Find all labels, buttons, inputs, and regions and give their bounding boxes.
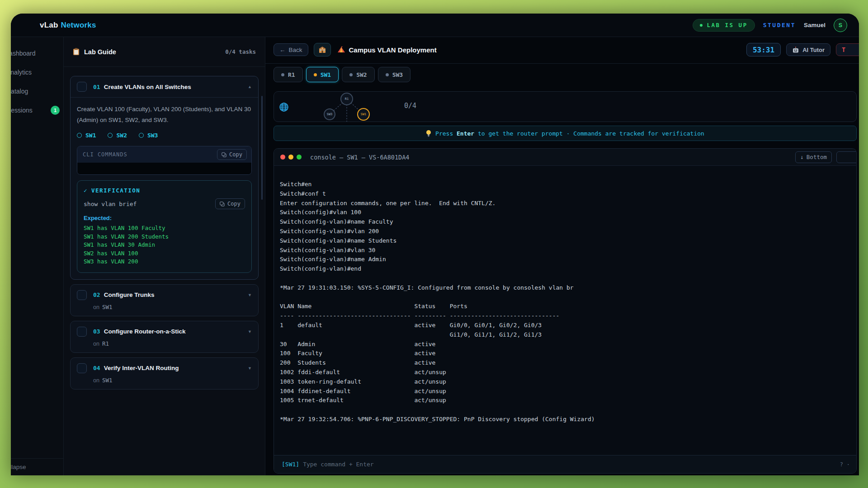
- collapse-caret-icon[interactable]: ▲: [248, 84, 252, 89]
- task-01-body: Create VLAN 100 (Faculty), VLAN 200 (Stu…: [71, 98, 258, 279]
- lightbulb-icon: [426, 130, 431, 137]
- tent-icon: [337, 46, 345, 53]
- device-status-dot-icon: [281, 73, 284, 76]
- expected-line: SW1 has VLAN 100 Faculty: [84, 224, 245, 233]
- device-chips: SW1 SW2 SW3: [77, 132, 252, 139]
- main-header: ← Back Campus VLAN Deployment 53:31 AI T…: [274, 43, 859, 56]
- device-chip-sw2[interactable]: SW2: [108, 132, 127, 139]
- lab-guide-title: Lab Guide: [84, 48, 116, 56]
- header-divider: [265, 63, 859, 64]
- topology-node-sw3[interactable]: SW3: [324, 108, 335, 120]
- device-status-ring-icon: [139, 133, 144, 138]
- device-chip-sw1[interactable]: SW1: [77, 132, 96, 139]
- window-minimize-icon[interactable]: [288, 155, 293, 160]
- task-03-checkbox[interactable]: [77, 327, 87, 337]
- lab-guide-header: Lab Guide 0/4 tasks: [64, 37, 265, 67]
- sessions-count-badge: 1: [51, 106, 60, 115]
- expand-caret-icon[interactable]: ▼: [248, 329, 252, 334]
- avatar-initial: S: [839, 22, 842, 28]
- task-03-header[interactable]: 03 Configure Router-on-a-Stick ▼: [71, 321, 258, 342]
- brand-left: vLab: [40, 21, 58, 29]
- task-04-header[interactable]: 04 Verify Inter-VLAN Routing ▼: [71, 358, 258, 379]
- lab-status-label: LAB IS UP: [707, 22, 747, 28]
- lab-status-badge: LAB IS UP: [693, 19, 755, 32]
- task-title: Configure Trunks: [104, 291, 155, 298]
- window-close-icon[interactable]: [280, 155, 285, 160]
- task-target-device: onSW1: [71, 377, 258, 389]
- sidebar-list: Dashboard Analytics Catalog Sessions 1: [11, 37, 63, 120]
- hint-text: Press Enter to get the router prompt · C…: [435, 130, 704, 137]
- home-button[interactable]: [314, 43, 331, 56]
- console-header-extra-button[interactable]: [836, 151, 857, 163]
- console-help-hint: ? ·: [840, 461, 850, 468]
- cli-commands-code[interactable]: [77, 163, 251, 174]
- expected-label: Expected:: [84, 215, 245, 221]
- console-input-placeholder[interactable]: Type command + Enter: [303, 461, 374, 468]
- sidebar-item-analytics[interactable]: Analytics: [11, 63, 63, 82]
- avatar[interactable]: S: [834, 19, 847, 32]
- sidebar-collapse-button[interactable]: Collapse: [11, 458, 63, 475]
- back-button[interactable]: ← Back: [274, 43, 308, 56]
- clipboard-icon: [73, 48, 80, 56]
- hint-bar: Press Enter to get the router prompt · C…: [274, 126, 857, 141]
- top-navbar: vLabNetworks LAB IS UP STUDENT Samuel S: [11, 14, 859, 37]
- task-02-header[interactable]: 02 Configure Trunks ▼: [71, 285, 258, 305]
- task-04-checkbox[interactable]: [77, 363, 87, 373]
- user-role-label: STUDENT: [763, 22, 796, 28]
- task-number: 03: [93, 328, 100, 335]
- cli-commands-box: CLI COMMANDS Copy: [77, 146, 252, 175]
- tab-sw3[interactable]: SW3: [378, 67, 410, 82]
- globe-icon[interactable]: [279, 102, 289, 114]
- copy-cli-button[interactable]: Copy: [217, 149, 247, 160]
- console-output-area[interactable]: Switch#en Switch#conf t Enter configurat…: [274, 166, 856, 455]
- copy-verification-button[interactable]: Copy: [215, 198, 245, 209]
- sidebar-item-catalog[interactable]: Catalog: [11, 82, 63, 101]
- tab-sw2[interactable]: SW2: [342, 67, 374, 82]
- tab-sw1[interactable]: SW1: [306, 67, 339, 82]
- scrollbar-thumb[interactable]: [261, 96, 263, 200]
- tasks-counter: 0/4 tasks: [225, 48, 256, 55]
- terminate-button[interactable]: T: [836, 43, 859, 56]
- topology-strip: R1 SW3 SW1 0/4: [274, 91, 857, 122]
- device-tabs: R1 SW1 SW2 SW3: [274, 67, 410, 82]
- topology-node-r1[interactable]: R1: [340, 93, 353, 105]
- scroll-to-bottom-button[interactable]: ↓ Bottom: [795, 151, 832, 163]
- task-01-checkbox[interactable]: [77, 82, 87, 92]
- brand-right: Networks: [61, 21, 96, 29]
- expand-caret-icon[interactable]: ▼: [248, 366, 252, 371]
- countdown-timer: 53:31: [746, 43, 781, 56]
- task-title: Verify Inter-VLAN Routing: [104, 365, 179, 371]
- task-description: Create VLAN 100 (Faculty), VLAN 200 (Stu…: [77, 104, 252, 126]
- user-name: Samuel: [804, 22, 826, 28]
- brand-logo[interactable]: vLabNetworks: [40, 21, 96, 30]
- tab-r1[interactable]: R1: [274, 67, 303, 82]
- task-01-header[interactable]: 01 Create VLANs on All Switches ▲: [71, 76, 258, 98]
- window-maximize-icon[interactable]: [297, 155, 302, 160]
- expected-lines: SW1 has VLAN 100 Faculty SW1 has VLAN 20…: [84, 224, 245, 266]
- task-target-device: onR1: [71, 340, 258, 352]
- expand-caret-icon[interactable]: ▼: [248, 293, 252, 297]
- expected-line: SW1 has VLAN 30 Admin: [84, 241, 245, 249]
- terminal-output: Switch#en Switch#conf t Enter configurat…: [274, 166, 856, 424]
- task-02-checkbox[interactable]: [77, 290, 87, 300]
- copy-icon: [220, 202, 225, 206]
- task-card-04: 04 Verify Inter-VLAN Routing ▼ onSW1: [70, 357, 259, 389]
- main-area: ← Back Campus VLAN Deployment 53:31 AI T…: [265, 37, 859, 475]
- topology-node-sw1[interactable]: SW1: [357, 108, 370, 121]
- lab-title: Campus VLAN Deployment: [337, 46, 437, 54]
- sidebar-item-dashboard[interactable]: Dashboard: [11, 44, 63, 63]
- status-dot-icon: [700, 24, 703, 27]
- app-window: vLabNetworks LAB IS UP STUDENT Samuel S …: [11, 14, 859, 475]
- ai-tutor-button[interactable]: AI Tutor: [786, 43, 830, 56]
- expected-line: SW2 has VLAN 100: [84, 249, 245, 258]
- console-input-bar: [SW1] Type command + Enter ? ·: [274, 455, 856, 473]
- task-list: 01 Create VLANs on All Switches ▲ Create…: [64, 67, 265, 389]
- arrow-left-icon: ←: [279, 47, 286, 53]
- console-header: console — SW1 — VS-6A801DA4 ↓ Bottom: [274, 149, 856, 166]
- task-title: Create VLANs on All Switches: [104, 84, 191, 90]
- task-card-01: 01 Create VLANs on All Switches ▲ Create…: [70, 76, 259, 280]
- sidebar-item-sessions[interactable]: Sessions 1: [11, 101, 63, 120]
- verification-box: ✓ VERIFICATION show vlan brief Copy Expe…: [77, 180, 252, 273]
- task-title: Configure Router-on-a-Stick: [104, 328, 186, 335]
- device-chip-sw3[interactable]: SW3: [139, 132, 158, 139]
